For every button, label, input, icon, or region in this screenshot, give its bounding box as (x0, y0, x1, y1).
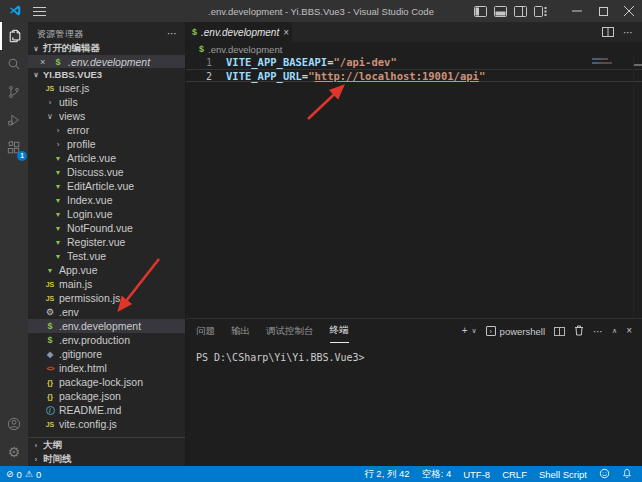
cursor-position-status[interactable]: 行 2, 列 42 (364, 468, 409, 481)
encoding-status[interactable]: UTF-8 (463, 469, 490, 480)
tree-file-package-lock.json[interactable]: {}package-lock.json (28, 375, 185, 389)
feedback-icon[interactable] (599, 468, 610, 481)
timeline-label: 时间线 (43, 453, 72, 466)
tree-file-permission.js[interactable]: JSpermission.js (28, 291, 185, 305)
editor-more-icon[interactable]: ⋯ (623, 30, 633, 35)
tree-file-vite.config.js[interactable]: JSvite.config.js (28, 417, 185, 431)
tree-file-README.md[interactable]: iREADME.md (28, 403, 185, 417)
panel-tabs: 问题输出调试控制台终端 (196, 319, 349, 343)
toggle-secondary-sidebar-icon[interactable] (510, 6, 530, 17)
tree-file-.env[interactable]: ⚙.env (28, 305, 185, 319)
tree-item-label: profile (67, 138, 96, 150)
terminal-output[interactable]: PS D:\CSharp\Yi\Yi.BBS.Vue3> (186, 343, 642, 466)
panel-tab-调试控制台[interactable]: 调试控制台 (266, 319, 314, 343)
tree-file-Discuss.vue[interactable]: ▼Discuss.vue (28, 165, 185, 179)
code-line-1[interactable]: 1VITE_APP_BASEAPI="/api-dev" (186, 56, 642, 69)
file-tree: JSuser.js›utils∨views›error›profile▼Arti… (28, 81, 185, 431)
maximize-button[interactable] (590, 0, 616, 22)
notifications-bell-icon[interactable] (622, 468, 632, 481)
tree-file-Register.vue[interactable]: ▼Register.vue (28, 235, 185, 249)
shell-icon: $ (44, 335, 56, 345)
panel-more-icon[interactable]: ⋯ (593, 329, 603, 334)
customize-layout-icon[interactable] (530, 6, 550, 17)
tab-env-development[interactable]: $ .env.development × (186, 22, 292, 42)
breadcrumb[interactable]: $ .env.development (186, 42, 642, 56)
activity-run-debug[interactable] (0, 106, 28, 134)
tree-item-label: .env.development (59, 320, 141, 332)
menu-icon[interactable] (33, 7, 46, 16)
vue-icon: ▼ (52, 253, 64, 260)
tree-item-label: permission.js (59, 292, 120, 304)
tree-item-label: views (59, 110, 85, 122)
tree-file-NotFound.vue[interactable]: ▼NotFound.vue (28, 221, 185, 235)
workspace-header[interactable]: ∨ YI.BBS.VUE3 (28, 68, 185, 81)
tree-item-label: .env.production (59, 334, 130, 346)
activity-settings[interactable]: ⚙ (0, 438, 28, 466)
tree-file-Test.vue[interactable]: ▼Test.vue (28, 249, 185, 263)
explorer-more-icon[interactable]: ⋯ (167, 31, 177, 37)
panel-tab-问题[interactable]: 问题 (196, 319, 215, 343)
split-editor-icon[interactable] (602, 23, 614, 41)
activity-search[interactable] (0, 50, 28, 78)
minimap[interactable] (592, 58, 630, 65)
open-editor-item[interactable]: × $ .env.development (28, 55, 185, 68)
tree-file-main.js[interactable]: JSmain.js (28, 277, 185, 291)
chevron-down-icon: ∨ (32, 45, 40, 53)
split-terminal-icon[interactable] (554, 322, 565, 340)
terminal-instance[interactable]: › powershell (486, 326, 545, 337)
kill-terminal-icon[interactable] (574, 322, 584, 340)
tree-item-label: index.html (59, 362, 107, 374)
tree-file-package.json[interactable]: {}package.json (28, 389, 185, 403)
tree-file-.gitignore[interactable]: ◈.gitignore (28, 347, 185, 361)
open-editors-header[interactable]: ∨ 打开的编辑器 (28, 42, 185, 55)
vscode-window: .env.development - Yi.BBS.Vue3 - Visual … (0, 0, 642, 482)
terminal-dropdown-icon[interactable]: ∨ (471, 327, 476, 335)
tree-file-Index.vue[interactable]: ▼Index.vue (28, 193, 185, 207)
activity-extensions[interactable]: 1 (0, 134, 28, 162)
tree-file-App.vue[interactable]: ▼App.vue (28, 263, 185, 277)
toggle-sidebar-icon[interactable] (470, 6, 490, 17)
close-panel-icon[interactable]: × (626, 326, 632, 336)
code-editor[interactable]: 1VITE_APP_BASEAPI="/api-dev"2VITE_APP_UR… (186, 56, 642, 318)
maximize-panel-icon[interactable]: ∧ (612, 327, 617, 335)
panel-tab-终端[interactable]: 终端 (330, 319, 349, 343)
errors-icon: ⊘ (6, 469, 14, 479)
panel-tab-输出[interactable]: 输出 (231, 319, 250, 343)
tree-folder-error[interactable]: ›error (28, 123, 185, 137)
explorer-title: 资源管理器 (37, 28, 84, 41)
overview-ruler[interactable] (633, 56, 642, 318)
activity-explorer[interactable] (0, 22, 28, 50)
close-window-button[interactable] (616, 0, 642, 22)
title-bar: .env.development - Yi.BBS.Vue3 - Visual … (0, 0, 642, 22)
tree-file-.env.production[interactable]: $.env.production (28, 333, 185, 347)
activity-source-control[interactable] (0, 78, 28, 106)
tree-file-Login.vue[interactable]: ▼Login.vue (28, 207, 185, 221)
search-icon (7, 57, 21, 71)
tree-file-index.html[interactable]: <>index.html (28, 361, 185, 375)
tree-item-label: Register.vue (67, 236, 125, 248)
timeline-section[interactable]: › 时间线 (28, 452, 185, 466)
tree-folder-profile[interactable]: ›profile (28, 137, 185, 151)
eol-status[interactable]: CRLF (502, 469, 527, 480)
problems-status[interactable]: ⊘ 0 ⚠ 0 (0, 469, 41, 480)
outline-section[interactable]: › 大纲 (28, 438, 185, 452)
tree-file-EditArticle.vue[interactable]: ▼EditArticle.vue (28, 179, 185, 193)
language-mode-status[interactable]: Shell Script (539, 469, 587, 480)
tab-close-icon[interactable]: × (283, 27, 289, 38)
minimize-button[interactable] (564, 0, 590, 22)
tree-folder-utils[interactable]: ›utils (28, 95, 185, 109)
toggle-panel-icon[interactable] (490, 6, 510, 17)
new-terminal-icon[interactable]: + (462, 326, 468, 336)
status-bar: ⊘ 0 ⚠ 0 行 2, 列 42 空格: 4 UTF-8 CRLF Shell… (0, 466, 642, 482)
code-line-2[interactable]: 2VITE_APP_URL="http://localhost:19001/ap… (186, 69, 642, 82)
activity-account[interactable] (0, 410, 28, 438)
tree-file-user.js[interactable]: JSuser.js (28, 81, 185, 95)
tree-file-.env.development[interactable]: $.env.development (28, 319, 185, 333)
tree-file-Article.vue[interactable]: ▼Article.vue (28, 151, 185, 165)
indentation-status[interactable]: 空格: 4 (422, 468, 452, 481)
close-editor-icon[interactable]: × (40, 57, 48, 67)
tree-folder-views[interactable]: ∨views (28, 109, 185, 123)
tree-item-label: EditArticle.vue (67, 180, 134, 192)
chevron-right-icon: › (32, 456, 40, 463)
json-icon: {} (44, 392, 56, 401)
